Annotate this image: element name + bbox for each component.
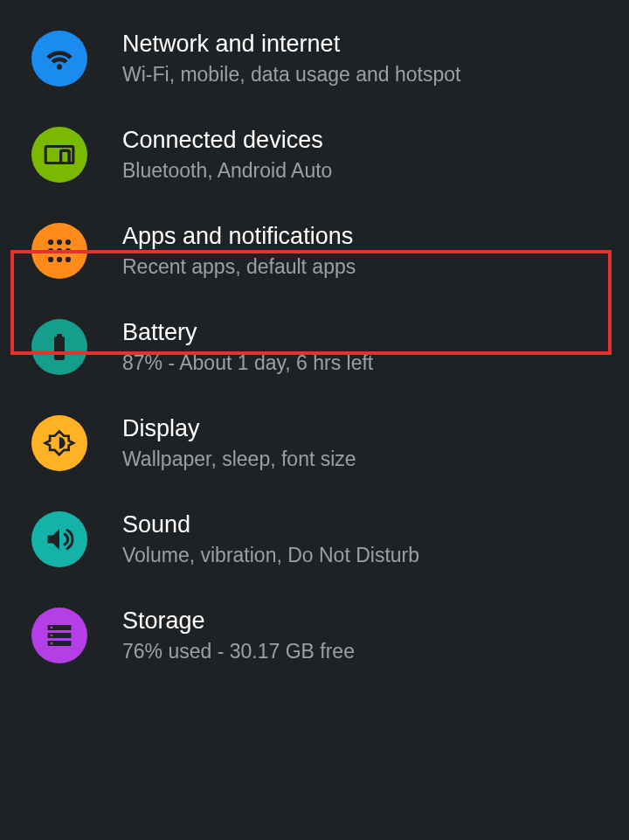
wifi-icon	[31, 31, 87, 87]
settings-item-network[interactable]: Network and internet Wi-Fi, mobile, data…	[0, 10, 629, 107]
settings-item-subtitle: 87% - About 1 day, 6 hrs left	[122, 351, 373, 376]
settings-item-title: Storage	[122, 607, 355, 635]
svg-point-10	[57, 257, 62, 262]
settings-item-subtitle: Wallpaper, sleep, font size	[122, 448, 356, 472]
brightness-icon	[31, 415, 87, 471]
svg-point-9	[48, 257, 53, 262]
svg-point-18	[51, 627, 53, 629]
settings-item-subtitle: Wi-Fi, mobile, data usage and hotspot	[122, 63, 460, 87]
settings-item-apps[interactable]: Apps and notifications Recent apps, defa…	[0, 203, 629, 299]
settings-item-subtitle: 76% used - 30.17 GB free	[122, 640, 355, 664]
settings-item-subtitle: Volume, vibration, Do Not Disturb	[122, 544, 419, 568]
devices-icon	[31, 127, 87, 183]
svg-point-4	[57, 240, 62, 245]
svg-rect-12	[54, 337, 65, 360]
svg-point-3	[48, 240, 53, 245]
settings-item-title: Display	[122, 414, 356, 442]
settings-item-storage[interactable]: Storage 76% used - 30.17 GB free	[0, 587, 629, 684]
settings-list: Network and internet Wi-Fi, mobile, data…	[0, 0, 629, 684]
svg-point-19	[51, 635, 53, 637]
settings-item-display[interactable]: Display Wallpaper, sleep, font size	[0, 395, 629, 491]
settings-item-connected-devices[interactable]: Connected devices Bluetooth, Android Aut…	[0, 107, 629, 203]
svg-rect-13	[57, 334, 62, 338]
settings-item-subtitle: Bluetooth, Android Auto	[122, 159, 332, 184]
apps-icon	[31, 223, 87, 279]
battery-icon	[31, 319, 87, 375]
svg-point-20	[51, 642, 53, 645]
svg-point-7	[57, 248, 62, 253]
storage-icon	[31, 607, 87, 663]
svg-point-11	[66, 257, 71, 262]
settings-item-battery[interactable]: Battery 87% - About 1 day, 6 hrs left	[0, 299, 629, 395]
svg-point-8	[66, 248, 71, 253]
sound-icon	[31, 511, 87, 567]
settings-item-subtitle: Recent apps, default apps	[122, 255, 356, 280]
svg-point-5	[66, 240, 71, 245]
svg-point-6	[48, 248, 53, 253]
settings-item-title: Network and internet	[122, 30, 460, 58]
settings-item-sound[interactable]: Sound Volume, vibration, Do Not Disturb	[0, 491, 629, 587]
settings-item-title: Sound	[122, 510, 419, 538]
settings-item-title: Apps and notifications	[122, 222, 356, 250]
settings-item-title: Battery	[122, 318, 373, 346]
settings-item-title: Connected devices	[122, 126, 332, 154]
